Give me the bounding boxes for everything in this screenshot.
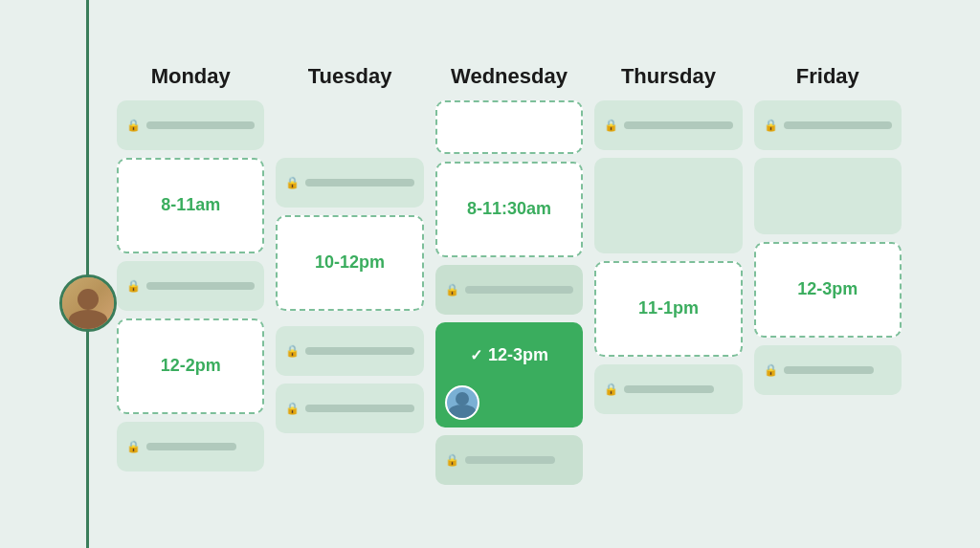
tuesday-slot-2[interactable]: 10-12pm (276, 215, 423, 311)
lock-bar (465, 286, 573, 294)
thursday-column: 🔒 11-1pm 🔒 (594, 100, 742, 414)
friday-slot-1[interactable]: 🔒 (754, 100, 902, 150)
lock-bar (784, 121, 892, 129)
wednesday-column: 8-11:30am 🔒 ✓ 12-3pm 🔒 (435, 100, 583, 485)
monday-column: 🔒 8-11am 🔒 12-2pm 🔒 (117, 100, 264, 471)
lock-icon: 🔒 (445, 283, 459, 296)
calendar-container: Monday Tuesday Wednesday Thursday Friday… (117, 64, 902, 485)
lock-bar (784, 366, 874, 374)
lock-bar (624, 121, 732, 129)
lock-icon: 🔒 (445, 453, 459, 467)
monday-slot-3[interactable]: 🔒 (117, 261, 264, 311)
tuesday-slot-1[interactable]: 🔒 (276, 158, 423, 208)
day-headers: Monday Tuesday Wednesday Thursday Friday (117, 64, 902, 89)
monday-slot-1[interactable]: 🔒 (117, 100, 264, 150)
lock-bar (465, 456, 555, 464)
thursday-slot-3[interactable]: 11-1pm (594, 261, 742, 357)
monday-slot-5[interactable]: 🔒 (117, 422, 264, 471)
lock-icon: 🔒 (126, 119, 141, 132)
lock-icon: 🔒 (764, 363, 778, 377)
tuesday-slot-3[interactable]: 🔒 (276, 326, 423, 376)
thursday-slot-4[interactable]: 🔒 (594, 364, 742, 414)
header-wednesday: Wednesday (435, 64, 583, 89)
wednesday-time-2: 12-3pm (488, 345, 548, 365)
friday-time-1: 12-3pm (797, 279, 858, 299)
lock-icon: 🔒 (604, 119, 618, 132)
lock-bar (146, 443, 236, 450)
friday-column: 🔒 12-3pm 🔒 (754, 100, 902, 395)
calendar-grid: 🔒 8-11am 🔒 12-2pm 🔒 (117, 100, 902, 485)
selected-user-avatar (445, 385, 479, 420)
header-tuesday: Tuesday (276, 64, 423, 89)
user-avatar (59, 274, 117, 332)
lock-icon: 🔒 (604, 383, 618, 396)
lock-icon: 🔒 (285, 344, 300, 358)
friday-slot-3[interactable]: 12-3pm (754, 242, 902, 338)
lock-bar (146, 121, 255, 129)
monday-time-2: 12-2pm (161, 356, 221, 376)
header-thursday: Thursday (594, 64, 742, 89)
check-icon: ✓ (470, 346, 482, 364)
avatar-image (62, 277, 114, 329)
tuesday-time-1: 10-12pm (315, 252, 385, 273)
header-friday: Friday (754, 64, 902, 89)
tuesday-column: 🔒 10-12pm 🔒 🔒 (276, 100, 423, 433)
tuesday-slot-4[interactable]: 🔒 (276, 384, 423, 433)
wednesday-slot-5[interactable]: 🔒 (435, 435, 583, 485)
thursday-slot-2[interactable] (594, 158, 742, 253)
lock-icon: 🔒 (285, 402, 300, 415)
lock-icon: 🔒 (764, 119, 778, 132)
wednesday-slot-1[interactable] (435, 100, 583, 154)
check-row: ✓ 12-3pm (470, 345, 548, 365)
lock-bar (624, 385, 714, 393)
wednesday-slot-4-selected[interactable]: ✓ 12-3pm (435, 322, 583, 427)
wednesday-slot-3[interactable]: 🔒 (435, 265, 583, 315)
thursday-time-1: 11-1pm (638, 298, 699, 318)
friday-slot-2[interactable] (754, 158, 902, 234)
lock-bar (146, 282, 255, 290)
wednesday-slot-2[interactable]: 8-11:30am (435, 162, 583, 257)
lock-icon: 🔒 (285, 176, 300, 189)
header-monday: Monday (117, 64, 264, 89)
lock-bar (305, 347, 413, 355)
friday-slot-4[interactable]: 🔒 (754, 345, 902, 395)
thursday-slot-1[interactable]: 🔒 (594, 100, 742, 150)
lock-bar (305, 405, 413, 412)
monday-slot-2[interactable]: 8-11am (117, 158, 264, 253)
lock-bar (305, 179, 413, 186)
lock-icon: 🔒 (126, 440, 141, 453)
wednesday-time-1: 8-11:30am (467, 199, 551, 219)
lock-icon: 🔒 (126, 279, 141, 293)
monday-slot-4[interactable]: 12-2pm (117, 318, 264, 414)
monday-time-1: 8-11am (161, 195, 220, 215)
